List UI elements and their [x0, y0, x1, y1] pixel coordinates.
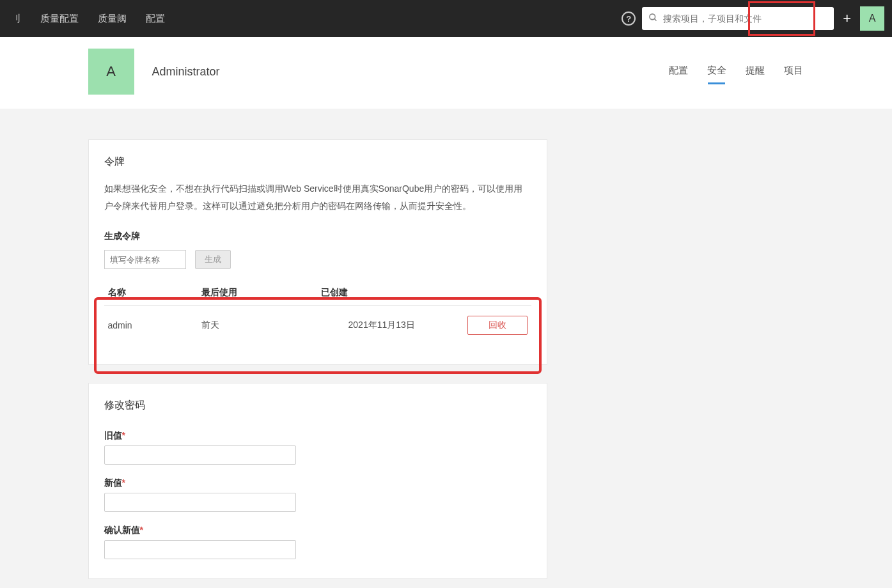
token-created-cell: 2021年11月13日	[317, 306, 445, 346]
confirm-password-label: 确认新值*	[104, 525, 531, 536]
profile-header: A Administrator 配置 安全 提醒 项目	[0, 37, 892, 109]
top-navbar: 刂 质量配置 质量阈 配置 ? + A	[0, 0, 892, 37]
old-password-input[interactable]	[104, 445, 296, 465]
token-lastused-cell: 前天	[198, 306, 317, 346]
tokens-panel: 令牌 如果想强化安全，不想在执行代码扫描或调用Web Service时使用真实S…	[88, 139, 547, 365]
svg-line-1	[655, 19, 657, 20]
change-password-title: 修改密码	[104, 399, 531, 412]
generate-token-label: 生成令牌	[104, 231, 531, 242]
svg-point-0	[650, 14, 655, 20]
tokens-table: 名称 最后使用 已创建 admin 前天 2021年11月13日 回收	[104, 281, 531, 345]
search-icon	[648, 13, 658, 24]
nav-item-quality-gates[interactable]: 质量阈	[94, 10, 130, 27]
tab-profile[interactable]: 配置	[668, 61, 689, 83]
search-input[interactable]	[663, 13, 827, 24]
profile-avatar: A	[88, 49, 134, 95]
help-icon[interactable]: ?	[622, 12, 636, 26]
confirm-password-input[interactable]	[104, 540, 296, 559]
profile-name: Administrator	[152, 65, 220, 79]
col-last-used: 最后使用	[198, 281, 317, 306]
tab-notifications[interactable]: 提醒	[744, 61, 766, 83]
nav-item-admin[interactable]: 配置	[142, 10, 169, 27]
tokens-title: 令牌	[104, 155, 531, 169]
token-name-input[interactable]	[104, 250, 186, 269]
table-row: admin 前天 2021年11月13日 回收	[104, 306, 531, 346]
col-name: 名称	[104, 281, 198, 306]
new-password-label: 新值*	[104, 477, 531, 489]
profile-tabs: 配置 安全 提醒 项目	[668, 61, 804, 83]
old-password-label: 旧值*	[104, 430, 531, 442]
tokens-description: 如果想强化安全，不想在执行代码扫描或调用Web Service时使用真实Sona…	[104, 180, 531, 214]
global-search[interactable]	[642, 7, 834, 30]
col-created: 已创建	[317, 281, 445, 306]
plus-icon[interactable]: +	[840, 10, 854, 27]
new-password-input[interactable]	[104, 493, 296, 512]
tab-security[interactable]: 安全	[706, 61, 728, 83]
nav-item-0[interactable]: 刂	[8, 10, 25, 27]
token-name-cell: admin	[104, 306, 198, 346]
revoke-button[interactable]: 回收	[467, 316, 528, 335]
tab-projects[interactable]: 项目	[783, 61, 804, 83]
avatar[interactable]: A	[860, 6, 884, 31]
change-password-panel: 修改密码 旧值* 新值* 确认新值*	[88, 383, 547, 579]
nav-item-quality-profiles[interactable]: 质量配置	[36, 10, 82, 27]
generate-button[interactable]: 生成	[195, 250, 231, 269]
